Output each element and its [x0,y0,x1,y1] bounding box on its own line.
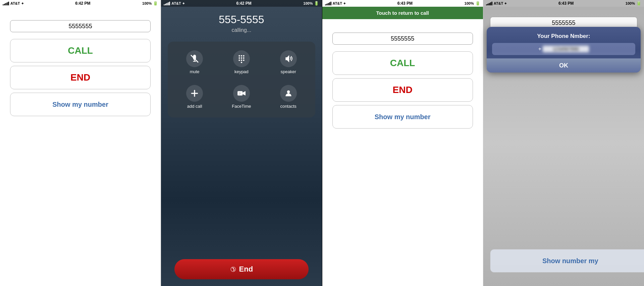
svg-point-8 [241,59,242,61]
phone-number-4: 5555555 [552,19,575,27]
facetime-icon: ? [237,89,246,98]
status-bar-3: AT&T ⌖ 6:43 PM 100% 🔋 [322,0,483,7]
phone-number-3: 5555555 [391,35,414,42]
svg-point-2 [241,55,242,56]
battery-icon-3: 🔋 [475,1,480,6]
end-button-1[interactable]: END [10,66,151,89]
phone-input-3[interactable]: 5555555 [332,33,473,45]
svg-text:?: ? [239,92,240,95]
svg-point-10 [241,62,242,63]
mute-button[interactable]: mute [171,45,218,80]
calling-status: calling... [161,27,322,33]
bar3 [489,3,490,5]
calling-number: 555-5555 [161,13,322,26]
contacts-button[interactable]: contacts [265,80,312,114]
battery-text-1: 100% [142,1,152,5]
svg-marker-15 [243,91,246,96]
bar2 [165,4,166,5]
svg-point-4 [238,57,240,59]
show-number-button-4[interactable]: Show number my [490,249,644,273]
end-label-3: END [393,85,413,95]
wifi-icon-1: ⌖ [21,1,23,6]
add-call-button[interactable]: add call [171,80,218,114]
show-number-label-4: Show number my [542,257,598,265]
bar2 [326,4,327,5]
end-button-3[interactable]: END [332,78,473,102]
svg-point-5 [241,57,242,59]
bar4 [490,2,491,5]
time-3: 6:43 PM [397,1,413,6]
end-phone-icon: ✆ [228,265,238,274]
battery-text-2: 100% [303,1,313,5]
call-button-1[interactable]: CALL [10,39,151,62]
bar1 [325,4,326,5]
bar4 [329,2,330,5]
facetime-label: FaceTime [232,104,251,109]
status-right-1: 100% 🔋 [142,1,158,6]
call-header: 555-5555 calling... [161,7,322,38]
bar2 [4,4,5,5]
screen-2: AT&T ⌖ 6:42 PM 100% 🔋 555-5555 calling..… [161,0,322,286]
contacts-label: contacts [280,104,296,109]
bar5 [8,2,9,5]
phone-input-1[interactable]: 5555555 [10,20,151,32]
bar1 [164,4,165,5]
status-left-2: AT&T ⌖ [164,1,184,6]
wifi-icon-2: ⌖ [182,1,184,6]
status-left-4: AT&T ⌖ [486,1,507,6]
call-label-1: CALL [68,45,93,56]
screen-4: AT&T ⌖ 6:43 PM 100% 🔋 5555555 Your Phone… [483,0,644,286]
contacts-icon-container [280,85,297,102]
alert-number-display: + 1234567890 [492,43,635,55]
keypad-button[interactable]: keypad [218,45,265,80]
show-number-label-3: Show my number [375,113,431,121]
status-bar-4: AT&T ⌖ 6:43 PM 100% 🔋 [483,0,644,7]
signal-bars-3 [325,1,331,5]
speaker-button[interactable]: speaker [265,45,312,80]
call-button-3[interactable]: CALL [332,51,473,75]
carrier-3: AT&T [333,1,342,5]
banner-text: Touch to return to call [376,10,429,16]
speaker-icon [284,54,293,63]
wifi-icon-3: ⌖ [343,1,345,6]
alert-title: Your Phone Nmber: [492,33,635,40]
svg-marker-11 [285,55,289,62]
bar1 [3,4,4,5]
battery-icon-2: 🔋 [314,1,319,6]
end-label-1: END [70,72,90,83]
bar4 [168,2,169,5]
mute-icon-container [186,50,203,67]
status-left-3: AT&T ⌖ [325,1,346,6]
facetime-button[interactable]: ? FaceTime [218,80,265,114]
battery-text-3: 100% [465,1,474,5]
battery-icon-1: 🔋 [153,1,158,6]
keypad-icon-container [233,50,250,67]
end-call-label: End [239,265,253,274]
time-4: 6:43 PM [558,1,574,6]
svg-point-6 [243,57,244,59]
svg-point-3 [243,55,244,56]
return-to-call-banner[interactable]: Touch to return to call [322,7,483,19]
bar4 [7,2,8,5]
time-2: 6:42 PM [236,1,251,6]
mute-label: mute [190,69,200,74]
carrier-2: AT&T [171,1,181,5]
end-call-button[interactable]: ✆ End [174,259,308,279]
battery-icon-4: 🔋 [636,1,641,6]
keypad-icon [237,54,246,63]
svg-point-17 [287,90,290,93]
facetime-icon-container: ? [233,85,250,102]
alert-ok-button[interactable]: OK [487,58,641,73]
add-call-icon-container [186,85,203,102]
show-number-button-3[interactable]: Show my number [332,105,473,129]
show-number-button-1[interactable]: Show my number [10,93,151,116]
mute-icon [190,54,199,63]
show-number-label-1: Show my number [52,101,108,108]
plus-sign: + [538,46,541,52]
phone-number-alert: Your Phone Nmber: + 1234567890 OK [487,27,641,73]
ok-label: OK [559,62,568,69]
blurred-phone-number: 1234567890 [543,46,589,52]
signal-bars-2 [164,1,170,5]
add-call-label: add call [187,104,202,109]
screen-1: AT&T ⌖ 6:42 PM 100% 🔋 5555555 CALL END S… [0,0,161,286]
